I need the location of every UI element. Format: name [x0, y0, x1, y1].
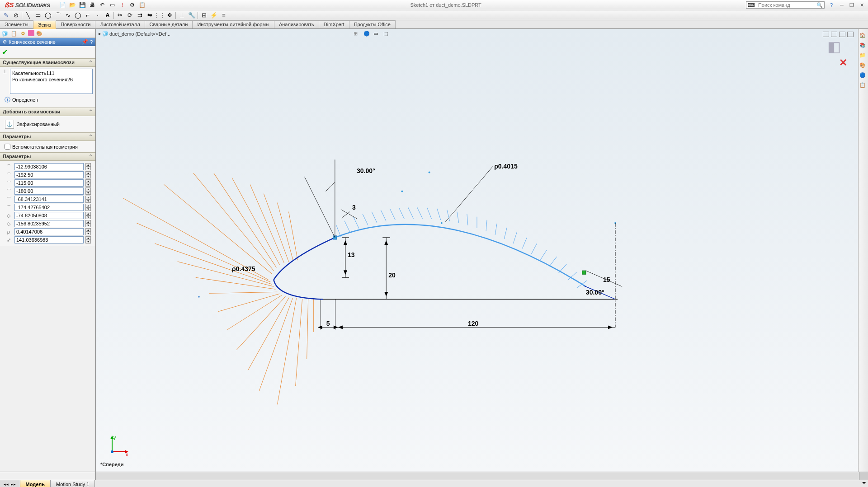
param-input[interactable] [14, 236, 84, 244]
two-view-h-icon[interactable] [831, 32, 837, 37]
tab-nav-buttons[interactable]: ◂◂ ▸▸ [0, 480, 20, 487]
print-icon[interactable]: 🖶 [89, 1, 96, 9]
ellipse-icon[interactable]: ◯ [74, 11, 82, 19]
config-manager-tab-icon[interactable]: ⚙ [19, 30, 27, 37]
undo-icon[interactable]: ↶ [99, 1, 106, 9]
arc-icon[interactable]: ⌒ [54, 11, 62, 19]
zoom-fit-icon[interactable]: ⊞ [354, 31, 362, 39]
property-manager-tab-icon[interactable]: 📋 [10, 30, 18, 37]
spin-up[interactable]: ▲ [85, 220, 91, 224]
param-input[interactable] [14, 228, 84, 235]
point-icon[interactable]: · [94, 11, 102, 19]
param-input[interactable] [14, 212, 84, 219]
dim-rho-left[interactable]: ρ0.4375 [232, 265, 255, 272]
help-icon[interactable]: ? [90, 39, 93, 45]
spin-down[interactable]: ▼ [85, 199, 91, 203]
spin-up[interactable]: ▲ [85, 187, 91, 191]
h-scrollbar[interactable] [96, 472, 859, 480]
quick-snap-icon[interactable]: ⊞ [200, 11, 208, 19]
expand-icon[interactable]: ▸ [99, 31, 101, 37]
list-item[interactable]: Ро конического сечения26 [11, 76, 91, 83]
close-icon[interactable]: ✕ [857, 2, 866, 8]
appearances-icon[interactable]: 🔵 [859, 72, 868, 80]
dim-angle-bottom[interactable]: 30.00° [586, 289, 604, 296]
tab-weldments[interactable]: Сварные детали [145, 20, 193, 28]
view-orient-icon[interactable]: ▭ [373, 31, 382, 39]
list-item[interactable]: Касательность111 [11, 70, 91, 76]
minimize-icon[interactable]: ─ [837, 2, 846, 8]
param-input[interactable] [14, 220, 84, 227]
tab-surfaces[interactable]: Поверхности [56, 20, 95, 28]
spin-down[interactable]: ▼ [85, 167, 91, 170]
param-input[interactable] [14, 196, 84, 203]
tab-features[interactable]: Элементы [0, 20, 33, 28]
repair-icon[interactable]: 🔧 [188, 11, 196, 19]
scroll-right-button[interactable] [859, 472, 868, 480]
exit-sketch-icon[interactable]: ✎ [2, 11, 10, 19]
two-view-v-icon[interactable] [839, 32, 845, 37]
tab-sketch[interactable]: Эскиз [33, 21, 56, 29]
custom-props-icon[interactable]: 📋 [859, 82, 868, 90]
rebuild-icon[interactable]: ! [118, 1, 126, 9]
spin-up[interactable]: ▲ [85, 228, 91, 232]
dim-3[interactable]: 3 [352, 204, 356, 211]
spin-up[interactable]: ▲ [85, 196, 91, 199]
spin-up[interactable]: ▲ [85, 204, 91, 207]
tab-mold-tools[interactable]: Инструменты литейной формы [193, 20, 274, 28]
convert-icon[interactable]: ⟳ [126, 11, 134, 19]
param-input[interactable] [14, 187, 84, 195]
tab-model[interactable]: Модель [20, 480, 51, 487]
file-explorer-icon[interactable]: 📁 [859, 52, 868, 61]
param-input[interactable] [14, 179, 84, 187]
circle-icon[interactable]: ◯ [44, 11, 52, 19]
resources-icon[interactable]: 🏠 [859, 33, 868, 41]
appearance-icon[interactable]: 🔵 [363, 31, 372, 39]
dim-rho-right[interactable]: ρ0.4015 [494, 163, 518, 170]
graphics-area[interactable]: ▸ 🧊 duct_demo (Default<<Def... ⊞ 🔵 ▭ ⬚ ◧… [96, 29, 858, 472]
construction-geometry-checkbox[interactable]: Вспомогательная геометрия [3, 143, 93, 150]
dim-5[interactable]: 5 [326, 320, 330, 327]
select-icon[interactable]: ▭ [108, 1, 116, 9]
section-existing-relations[interactable]: Существующие взаимосвязи⌃ [0, 58, 95, 67]
cancel-sketch-icon[interactable]: ✕ [839, 57, 847, 69]
screen-capture-icon[interactable]: 📋 [138, 1, 146, 9]
dimension-icon[interactable]: ⊘ [12, 11, 20, 19]
collapse-icon[interactable]: ⏷ [860, 480, 868, 487]
spin-up[interactable]: ▲ [85, 212, 91, 215]
dim-angle-top[interactable]: 30.00° [357, 167, 375, 174]
pattern-icon[interactable]: ⋮⋮ [156, 11, 164, 19]
spin-up[interactable]: ▲ [85, 236, 91, 240]
fixed-relation-button[interactable]: ⚓ Зафиксированный [3, 118, 93, 131]
offset-icon[interactable]: ⇉ [136, 11, 144, 19]
spline-icon[interactable]: ∿ [64, 11, 72, 19]
new-icon[interactable]: 📄 [59, 1, 66, 9]
spin-down[interactable]: ▼ [85, 224, 91, 227]
tab-motion-study[interactable]: Motion Study 1 [51, 480, 95, 487]
spin-up[interactable]: ▲ [85, 179, 91, 183]
dim-20[interactable]: 20 [388, 272, 396, 279]
spin-down[interactable]: ▼ [85, 175, 91, 178]
text-icon[interactable]: A [104, 11, 112, 19]
line-icon[interactable]: ╲ [24, 11, 32, 19]
spin-down[interactable]: ▼ [85, 215, 91, 219]
open-icon[interactable]: 📂 [69, 1, 76, 9]
section-parameters-1[interactable]: Параметры⌃ [0, 132, 95, 141]
design-library-icon[interactable]: 📚 [859, 42, 868, 51]
section-parameters-2[interactable]: Параметры⌃ [0, 152, 95, 161]
tree-node-label[interactable]: duct_demo (Default<<Def... [109, 31, 170, 37]
rapid-icon[interactable]: ⚡ [210, 11, 218, 19]
rect-icon[interactable]: ▭ [34, 11, 42, 19]
instant-icon[interactable]: ≡ [220, 11, 228, 19]
mirror-icon[interactable]: ⇋ [146, 11, 154, 19]
single-view-icon[interactable] [823, 32, 829, 37]
spin-down[interactable]: ▼ [85, 191, 91, 195]
tab-dimxpert[interactable]: DimXpert [319, 20, 349, 28]
dim-15[interactable]: 15 [603, 276, 610, 283]
view-palette-icon[interactable]: 🎨 [859, 62, 868, 70]
tab-evaluate[interactable]: Анализировать [274, 20, 319, 28]
spin-down[interactable]: ▼ [85, 207, 91, 211]
feature-manager-tab-icon[interactable]: 🧊 [1, 30, 9, 37]
save-icon[interactable]: 💾 [79, 1, 86, 9]
fillet-icon[interactable]: ⌐ [84, 11, 92, 19]
move-icon[interactable]: ✥ [165, 11, 174, 19]
